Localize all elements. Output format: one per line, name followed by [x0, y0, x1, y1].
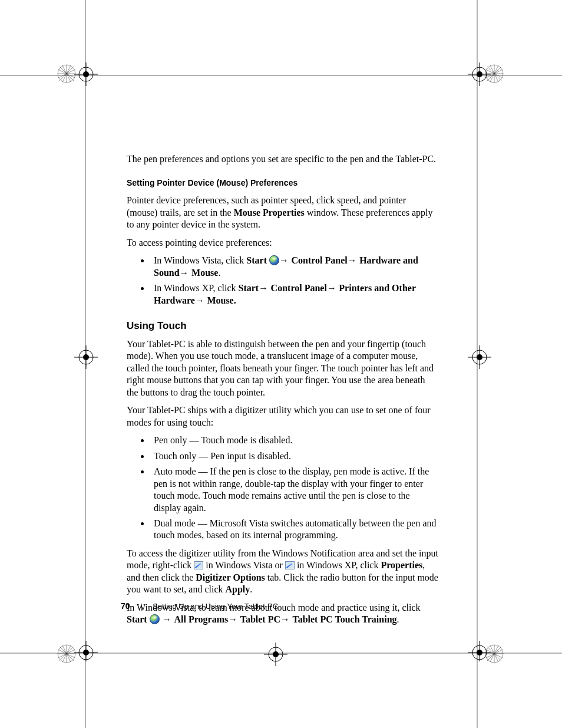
- text-bold: Mouse.: [207, 295, 236, 305]
- text-bold: All Programs: [174, 614, 229, 624]
- page-number: 70: [121, 601, 130, 611]
- text-bold: Mouse Properties: [234, 207, 305, 218]
- windows-start-orb-icon: [269, 255, 279, 265]
- svg-point-11: [477, 71, 482, 77]
- list-item: Touch only — Pen input is disabled.: [150, 450, 439, 462]
- bullet-list: Pen only — Touch mode is disabled. Touch…: [127, 434, 439, 542]
- text: .: [250, 584, 252, 594]
- paragraph: Pointer device preferences, such as poin…: [127, 195, 439, 230]
- list-item: In Windows XP, click Start→ Control Pane…: [150, 282, 439, 307]
- registration-mark: [51, 334, 98, 381]
- svg-point-23: [83, 650, 89, 655]
- text: .: [397, 614, 399, 624]
- text-bold: Start: [239, 283, 259, 293]
- windows-start-orb-icon: [150, 614, 160, 624]
- page-content: The pen preferences and options you set …: [127, 153, 439, 632]
- digitizer-pen-icon: [285, 561, 295, 569]
- arrow: →: [279, 255, 291, 265]
- corner-ornament: [484, 64, 504, 84]
- text-bold: Mouse: [191, 268, 218, 278]
- heading-using-touch: Using Touch: [127, 319, 439, 332]
- text-bold: Properties: [381, 560, 423, 570]
- list-item: Pen only — Touch mode is disabled.: [150, 434, 439, 446]
- subheading-pointer-device: Setting Pointer Device (Mouse) Preferenc…: [127, 178, 439, 189]
- bullet-list: In Windows Vista, click Start → Control …: [127, 255, 439, 307]
- arrow: →: [280, 614, 292, 624]
- paragraph: To access pointing device preferences:: [127, 237, 439, 249]
- registration-mark: [252, 637, 299, 684]
- paragraph: Your Tablet-PC is able to distinguish be…: [127, 338, 439, 398]
- text-bold: Digitizer Options: [196, 572, 265, 582]
- text-bold: Tablet PC Touch Training: [292, 614, 396, 624]
- registration-mark: [456, 334, 503, 381]
- text-bold: Control Panel: [291, 255, 347, 265]
- text-bold: Control Panel: [271, 283, 327, 293]
- footer-separator: |: [140, 602, 142, 611]
- arrow: →: [195, 295, 207, 305]
- svg-point-27: [477, 650, 482, 655]
- svg-point-31: [273, 651, 279, 657]
- paragraph: Your Tablet-PC ships with a digitizer ut…: [127, 404, 439, 429]
- page-footer: 70 | Setting Up and Using Your Tablet-PC: [121, 601, 451, 611]
- text: In Windows Vista, click: [154, 255, 246, 265]
- corner-ornament: [484, 644, 504, 664]
- list-item: Auto mode — If the pen is close to the d…: [150, 466, 439, 514]
- list-item: In Windows Vista, click Start → Control …: [150, 255, 439, 279]
- arrow: →: [160, 614, 174, 624]
- svg-point-19: [477, 354, 482, 360]
- digitizer-pen-icon: [194, 561, 203, 569]
- text-bold: Start: [246, 255, 269, 265]
- text: in Windows Vista or: [203, 560, 285, 570]
- arrow: →: [348, 255, 359, 265]
- intro-paragraph: The pen preferences and options you set …: [127, 153, 439, 165]
- chapter-title: Setting Up and Using Your Tablet-PC: [153, 602, 278, 611]
- svg-point-7: [83, 71, 89, 77]
- text-bold: Apply: [226, 584, 250, 594]
- arrow: →: [228, 614, 240, 624]
- list-item: Dual mode — Microsoft Vista switches aut…: [150, 518, 439, 542]
- corner-ornament: [57, 64, 77, 84]
- arrow: →: [180, 268, 191, 278]
- text: In Windows XP, click: [154, 283, 239, 293]
- svg-point-15: [83, 354, 89, 360]
- paragraph: To access the digitizer utility from the…: [127, 548, 439, 596]
- corner-ornament: [57, 644, 77, 664]
- text: .: [218, 268, 220, 278]
- arrow: →: [259, 283, 270, 293]
- arrow: →: [327, 283, 339, 293]
- text: in Windows XP, click: [295, 560, 381, 570]
- text-bold: Start: [127, 614, 150, 624]
- text-bold: Tablet PC: [240, 614, 280, 624]
